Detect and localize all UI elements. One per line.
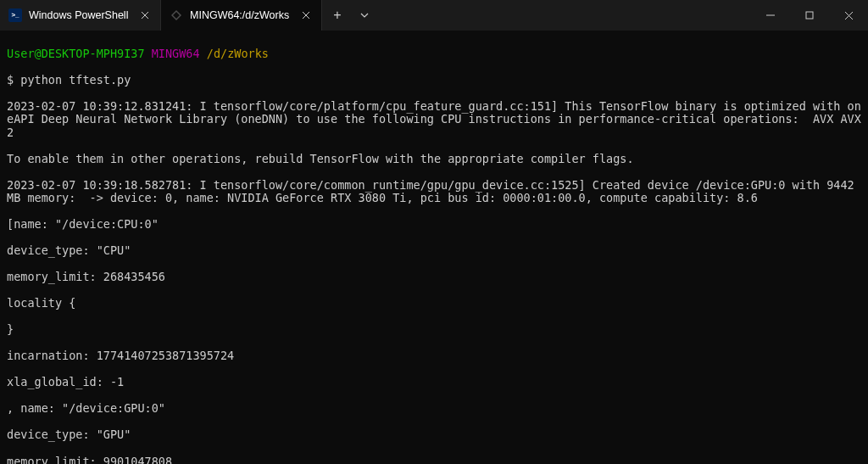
prompt-line: User@DESKTOP-MPH9I37 MINGW64 /d/zWorks: [7, 48, 861, 61]
tab-mingw64[interactable]: MINGW64:/d/zWorks: [161, 0, 322, 31]
output-line: }: [7, 323, 861, 337]
output-line: 2023-02-07 10:39:18.582781: I tensorflow…: [7, 179, 861, 205]
close-icon[interactable]: [299, 8, 313, 22]
maximize-button[interactable]: [790, 0, 829, 31]
output-line: locality {: [7, 297, 861, 310]
output-line: xla_global_id: -1: [7, 376, 861, 389]
output-line: To enable them in other operations, rebu…: [7, 153, 861, 166]
new-tab-button[interactable]: +: [322, 0, 353, 31]
output-line: device_type: "CPU": [7, 244, 861, 258]
terminal-output[interactable]: User@DESKTOP-MPH9I37 MINGW64 /d/zWorks $…: [0, 31, 868, 464]
titlebar-drag-area[interactable]: [376, 0, 751, 31]
tab-powershell[interactable]: >_ Windows PowerShell: [0, 0, 161, 31]
tab-label: Windows PowerShell: [29, 9, 131, 21]
command-text: python tftest.py: [20, 73, 131, 87]
close-window-button[interactable]: [829, 0, 868, 31]
shell-name: MINGW64: [152, 47, 200, 60]
output-line: , name: "/device:GPU:0": [7, 402, 861, 416]
output-line: memory_limit: 9901047808: [7, 456, 861, 465]
output-line: memory_limit: 268435456: [7, 271, 861, 284]
svg-rect-2: [806, 12, 813, 19]
output-line: 2023-02-07 10:39:12.831241: I tensorflow…: [7, 100, 861, 140]
command-line: $ python tftest.py: [7, 74, 861, 87]
tab-label: MINGW64:/d/zWorks: [190, 9, 292, 21]
output-line: device_type: "GPU": [7, 428, 861, 442]
output-line: incarnation: 17741407253871395724: [7, 349, 861, 363]
minimize-button[interactable]: [751, 0, 790, 31]
powershell-icon: >_: [8, 8, 22, 22]
titlebar: >_ Windows PowerShell MINGW64:/d/zWorks …: [0, 0, 868, 31]
prompt-symbol: $: [7, 73, 14, 87]
output-line: [name: "/device:CPU:0": [7, 218, 861, 232]
user-host: User@DESKTOP-MPH9I37: [7, 47, 145, 60]
terminal-icon: [170, 8, 183, 22]
cwd-path: /d/zWorks: [207, 47, 269, 60]
tab-dropdown-button[interactable]: [353, 0, 376, 31]
close-icon[interactable]: [138, 8, 152, 22]
